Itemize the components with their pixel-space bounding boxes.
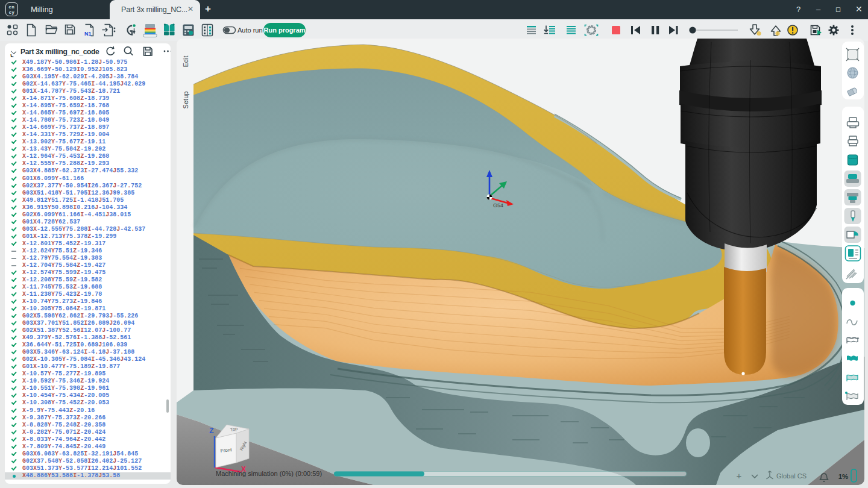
svg-text:Machining simulation (0%) (0:0: Machining simulation (0%) (0:00:59) [216, 470, 322, 477]
svg-text:Z: Z [209, 427, 213, 435]
svg-text:1%: 1% [838, 473, 849, 480]
svg-text:+: + [737, 471, 742, 481]
svg-text:G54: G54 [493, 202, 503, 208]
svg-text:Global CS: Global CS [776, 472, 807, 480]
svg-text:N1: N1 [84, 31, 92, 37]
